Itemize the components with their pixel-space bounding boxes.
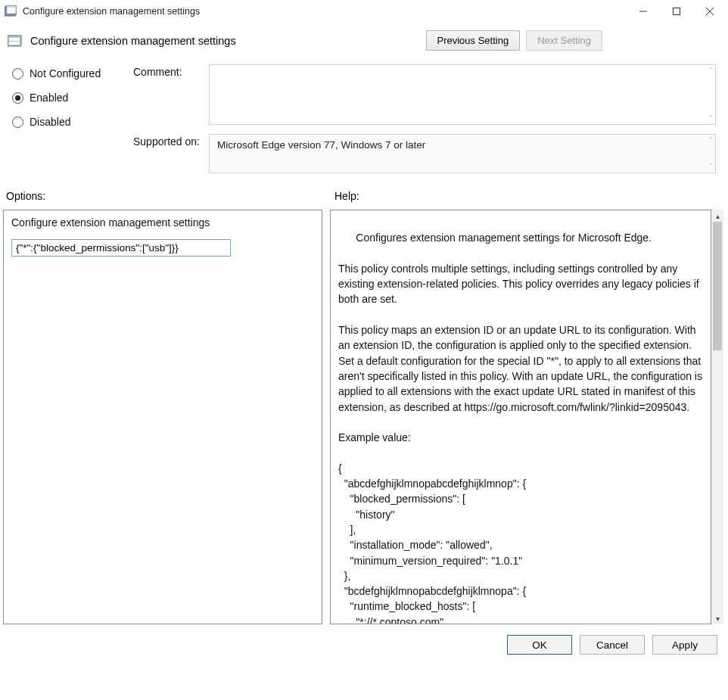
svg-rect-4 xyxy=(674,8,680,15)
comment-input[interactable]: ˄˅ xyxy=(209,64,716,125)
comment-label: Comment: xyxy=(133,64,209,78)
options-section-label: Options: xyxy=(3,190,325,202)
apply-button[interactable]: Apply xyxy=(652,635,717,655)
supported-label: Supported on: xyxy=(133,134,209,148)
scroll-up-icon[interactable]: ▴ xyxy=(711,210,723,222)
radio-label: Enabled xyxy=(30,92,68,104)
svg-rect-8 xyxy=(9,38,20,41)
settings-fields: Not Configured Enabled Disabled Comment:… xyxy=(0,57,728,176)
section-labels: Options: Help: xyxy=(0,176,728,205)
next-setting-button: Next Setting xyxy=(526,30,602,51)
help-panel-wrap: Configures extension management settings… xyxy=(330,210,723,624)
help-text: Configures extension management settings… xyxy=(338,232,705,624)
scroll-thumb[interactable] xyxy=(713,222,722,350)
help-section-label: Help: xyxy=(334,190,359,202)
comment-scrollbar[interactable]: ˄˅ xyxy=(709,67,713,122)
policy-icon xyxy=(8,34,23,48)
help-scrollbar[interactable]: ▴ ▾ xyxy=(711,210,723,624)
window-controls xyxy=(627,1,726,22)
svg-rect-2 xyxy=(8,8,15,13)
close-button[interactable] xyxy=(693,1,726,22)
app-icon xyxy=(5,5,17,17)
previous-setting-button[interactable]: Previous Setting xyxy=(426,30,521,51)
radio-label: Not Configured xyxy=(30,67,101,79)
chevron-down-icon: ˅ xyxy=(709,115,713,122)
state-radios: Not Configured Enabled Disabled xyxy=(12,64,133,173)
chevron-down-icon: ˅ xyxy=(709,163,713,170)
supported-value: Microsoft Edge version 77, Windows 7 or … xyxy=(217,139,425,151)
page-title: Configure extension management settings xyxy=(30,35,236,47)
radio-enabled[interactable]: Enabled xyxy=(12,92,133,104)
ok-button[interactable]: OK xyxy=(507,635,572,655)
window-title: Configure extension management settings xyxy=(23,6,627,17)
minimize-button[interactable] xyxy=(627,1,660,22)
radio-not-configured[interactable]: Not Configured xyxy=(12,67,133,79)
options-field-label: Configure extension management settings xyxy=(11,216,314,229)
radio-label: Disabled xyxy=(30,116,70,128)
options-value-input[interactable] xyxy=(11,239,231,257)
dialog-footer: OK Cancel Apply xyxy=(0,624,728,655)
maximize-button[interactable] xyxy=(660,1,693,22)
main-panels: Configure extension management settings … xyxy=(0,205,728,624)
chevron-up-icon: ˄ xyxy=(709,67,713,74)
scroll-down-icon[interactable]: ▾ xyxy=(711,612,723,624)
supported-on-field: Microsoft Edge version 77, Windows 7 or … xyxy=(209,134,716,173)
titlebar: Configure extension management settings xyxy=(0,0,728,23)
options-panel: Configure extension management settings xyxy=(3,210,322,624)
chevron-up-icon: ˄ xyxy=(709,137,713,144)
help-panel: Configures extension management settings… xyxy=(330,210,711,624)
svg-rect-9 xyxy=(9,42,20,45)
supported-scrollbar[interactable]: ˄˅ xyxy=(709,137,713,170)
cancel-button[interactable]: Cancel xyxy=(580,635,645,655)
header: Configure extension management settings … xyxy=(0,23,728,57)
radio-disabled[interactable]: Disabled xyxy=(12,116,133,128)
